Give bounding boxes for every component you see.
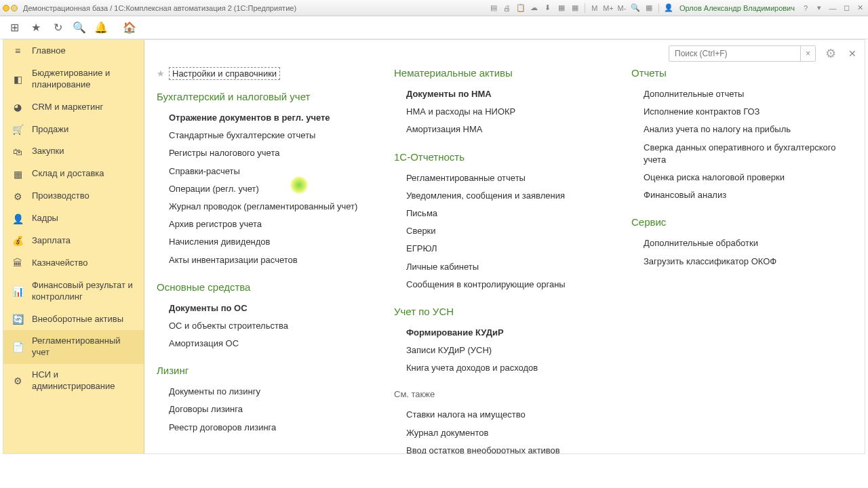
menu-link[interactable]: Акты инвентаризации расчетов	[157, 251, 378, 269]
menu-link[interactable]: Журнал проводок (регламентированный учет…	[157, 198, 378, 216]
history-icon[interactable]: ↻	[47, 18, 68, 38]
menu-link[interactable]: Договоры лизинга	[157, 401, 378, 418]
user-name[interactable]: Орлов Александр Владимирович	[679, 4, 795, 12]
menu-link[interactable]: Книга учета доходов и расходов	[394, 359, 615, 377]
menu-link[interactable]: Формирование КУДиР	[394, 324, 615, 342]
nav-item-11[interactable]: 🔄Внеоборотные активы	[3, 308, 144, 331]
help-icon[interactable]: ?	[800, 3, 811, 14]
menu-link[interactable]: Журнал документов	[394, 424, 615, 442]
tb-icon-grid[interactable]: ▦	[644, 3, 654, 14]
scale-m[interactable]: М	[589, 3, 600, 14]
tb-icon-save[interactable]: ▤	[488, 3, 499, 14]
group: Бухгалтерский и налоговый учетОтражение …	[157, 91, 378, 269]
settings-gear-icon[interactable]: ⚙	[825, 46, 836, 61]
group-title: Отчеты	[631, 67, 852, 79]
window-dot	[11, 5, 18, 12]
menu-link[interactable]: Операции (регл. учет)	[157, 180, 378, 198]
group-title: Лизинг	[157, 365, 378, 376]
tb-icon-print[interactable]: 🖨	[502, 3, 513, 14]
bell-icon[interactable]: 🔔	[91, 18, 111, 38]
menu-link[interactable]: Регистры налогового учета	[157, 144, 378, 162]
close-button[interactable]: ✕	[854, 3, 865, 14]
menu-link[interactable]: Дополнительные обработки	[631, 235, 852, 252]
window-title: Демонстрационная база / 1С:Комплексная а…	[23, 4, 488, 12]
nav-icon: ≡	[12, 45, 24, 56]
tb-icon-calc[interactable]: ▦	[556, 3, 567, 14]
menu-link[interactable]: Сверки	[394, 222, 615, 240]
tb-icon-down[interactable]: ⬇	[542, 3, 553, 14]
search-clear-button[interactable]: ×	[801, 45, 816, 62]
nav-item-13[interactable]: ⚙НСИ и администрирование	[3, 364, 144, 398]
nav-item-0[interactable]: ≡Главное	[3, 40, 144, 62]
menu-link[interactable]: Реестр договоров лизинга	[157, 419, 378, 436]
nav-item-7[interactable]: 👤Кадры	[3, 207, 144, 230]
menu-link[interactable]: Амортизация ОС	[157, 335, 378, 352]
menu-link[interactable]: Документы по лизингу	[157, 383, 378, 401]
nav-label: CRM и маркетинг	[32, 102, 103, 113]
group-title: 1С-Отчетность	[394, 151, 615, 163]
tb-icon-doc[interactable]: 📋	[515, 3, 526, 14]
nav-icon: 📊	[12, 286, 24, 297]
menu-link[interactable]: Анализ учета по налогу на прибыль	[631, 121, 852, 138]
menu-link[interactable]: Документы по ОС	[157, 300, 378, 317]
nav-item-3[interactable]: 🛒Продажи	[3, 119, 144, 141]
home-icon[interactable]: 🏠	[119, 18, 140, 38]
nav-item-9[interactable]: 🏛Казначейство	[3, 252, 144, 274]
tb-icon-up[interactable]: ☁	[529, 3, 540, 14]
menu-link[interactable]: Ввод остатков внеоборотных активов	[394, 442, 615, 453]
nav-item-2[interactable]: ◕CRM и маркетинг	[3, 96, 144, 119]
menu-link[interactable]: Уведомления, сообщения и заявления	[394, 187, 615, 205]
nav-label: Регламентированный учет	[32, 336, 136, 359]
maximize-button[interactable]: ◻	[841, 3, 852, 14]
group: Основные средстваДокументы по ОСОС и объ…	[157, 281, 378, 353]
minimize-button[interactable]: —	[827, 3, 838, 14]
menu-link[interactable]: Дополнительные отчеты	[631, 85, 852, 103]
apps-icon[interactable]: ⊞	[4, 18, 24, 38]
nav-item-4[interactable]: 🛍Закупки	[3, 140, 144, 163]
menu-link[interactable]: ОС и объекты строительства	[157, 317, 378, 335]
group-title: Основные средства	[157, 281, 378, 293]
menu-link[interactable]: Ставки налога на имущество	[394, 406, 615, 424]
panel-close-icon[interactable]: ✕	[848, 48, 856, 59]
menu-link[interactable]: Архив регистров учета	[157, 216, 378, 233]
menu-link[interactable]: Документы по НМА	[394, 85, 615, 103]
menu-link[interactable]: Регламентированные отчеты	[394, 169, 615, 187]
menu-link[interactable]: Начисления дивидендов	[157, 233, 378, 251]
nav-item-6[interactable]: ⚙Производство	[3, 185, 144, 207]
nav-item-1[interactable]: ◧Бюджетирование и планирование	[3, 62, 144, 96]
menu-link[interactable]: Загрузить классификатор ОКОФ	[631, 253, 852, 270]
menu-link[interactable]: НМА и расходы на НИОКР	[394, 103, 615, 121]
nav-item-5[interactable]: ▦Склад и доставка	[3, 163, 144, 185]
nav-item-12[interactable]: 📄Регламентированный учет	[3, 330, 144, 364]
search-icon[interactable]: 🔍	[69, 18, 90, 38]
nav-item-10[interactable]: 📊Финансовый результат и контроллинг	[3, 274, 144, 308]
menu-link[interactable]: Амортизация НМА	[394, 121, 615, 138]
nav-item-8[interactable]: 💰Зарплата	[3, 230, 144, 252]
nav-label: Производство	[32, 190, 90, 202]
menu-link[interactable]: Личные кабинеты	[394, 258, 615, 276]
nav-icon: 🏛	[12, 258, 24, 268]
menu-link[interactable]: Записи КУДиР (УСН)	[394, 342, 615, 359]
star-icon[interactable]: ★	[157, 68, 165, 79]
menu-link[interactable]: Оценка риска налоговой проверки	[631, 169, 852, 186]
tb-icon-cal[interactable]: ▦	[570, 3, 580, 14]
menu-link[interactable]: Сверка данных оперативного и бухгалтерск…	[631, 139, 852, 169]
settings-references-link[interactable]: Настройки и справочники	[169, 67, 280, 80]
nav-label: НСИ и администрирование	[32, 369, 136, 392]
menu-link[interactable]: Отражение документов в регл. учете	[157, 109, 378, 127]
menu-link[interactable]: ЕГРЮЛ	[394, 240, 615, 258]
menu-link[interactable]: Письма	[394, 205, 615, 222]
search-input[interactable]	[669, 45, 801, 62]
nav-label: Зарплата	[32, 235, 71, 247]
favorites-icon[interactable]: ★	[26, 18, 46, 38]
menu-link[interactable]: Стандартные бухгалтерские отчеты	[157, 127, 378, 144]
menu-link[interactable]: Финансовый анализ	[631, 186, 852, 204]
menu-link[interactable]: Исполнение контрактов ГОЗ	[631, 103, 852, 121]
menu-link[interactable]: Сообщения в контролирующие органы	[394, 276, 615, 293]
menu-link[interactable]: Справки-расчеты	[157, 163, 378, 180]
nav-label: Казначейство	[32, 258, 87, 269]
scale-mminus[interactable]: М-	[616, 3, 627, 14]
scale-mplus[interactable]: М+	[603, 3, 614, 14]
dropdown-icon[interactable]: ▾	[814, 3, 825, 14]
tb-icon-zoom[interactable]: 🔍	[630, 3, 641, 14]
